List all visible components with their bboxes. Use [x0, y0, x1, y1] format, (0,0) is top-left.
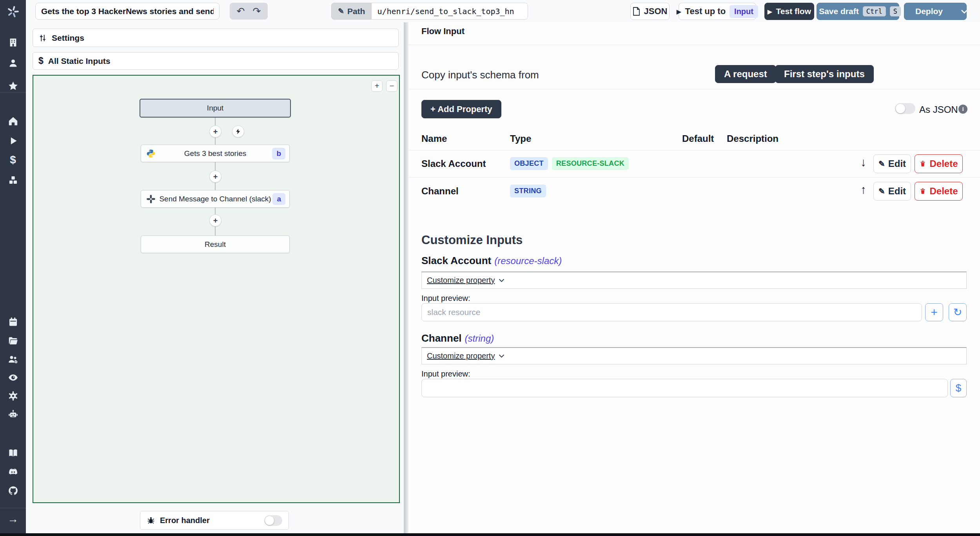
- flow-input-panel: Flow Input Copy input's schema from A re…: [408, 22, 980, 533]
- save-draft-button[interactable]: Save draft Ctrl S: [817, 3, 899, 20]
- ai-robot-icon[interactable]: [5, 406, 21, 422]
- play-icon: ▶: [768, 9, 772, 14]
- add-resource-button[interactable]: +: [925, 303, 943, 321]
- flow-node-result[interactable]: Result: [141, 235, 290, 253]
- customize-inputs-title: Customize Inputs: [421, 233, 523, 247]
- edit-button[interactable]: ✎ Edit: [873, 182, 911, 201]
- user-icon[interactable]: [5, 55, 21, 71]
- runs-play-icon[interactable]: [5, 133, 21, 148]
- path-group: ✎ Path: [331, 3, 528, 20]
- section-type: (resource-slack): [494, 255, 562, 266]
- variables-dollar-icon[interactable]: $: [5, 152, 21, 168]
- audit-eye-icon[interactable]: [5, 369, 21, 385]
- folders-icon[interactable]: [5, 333, 21, 348]
- move-down-icon[interactable]: ↓: [860, 156, 866, 169]
- flow-canvas[interactable]: + − Input + Gets 3 best stories b +: [33, 75, 400, 503]
- column-header-type: Type: [510, 133, 531, 144]
- redo-icon[interactable]: ↷: [253, 6, 261, 16]
- sliders-icon: [38, 34, 47, 42]
- refresh-icon[interactable]: ↻: [949, 303, 967, 321]
- test-flow-button[interactable]: ▶ Test flow: [764, 3, 814, 20]
- flow-node-input[interactable]: Input: [140, 99, 291, 118]
- step-id-badge: b: [272, 148, 285, 159]
- slack-resource-input[interactable]: [421, 303, 922, 321]
- insert-variable-button[interactable]: $: [950, 379, 967, 397]
- insert-step-button[interactable]: +: [209, 214, 221, 226]
- column-header-name: Name: [421, 133, 447, 144]
- test-up-to-button[interactable]: ▶ Test up to Input: [679, 3, 756, 20]
- flow-node-step-a[interactable]: Send Message to Channel (slack) a: [141, 190, 290, 208]
- bug-icon: [147, 516, 155, 525]
- undo-icon[interactable]: ↶: [237, 6, 245, 16]
- add-property-button[interactable]: + Add Property: [421, 100, 501, 118]
- customize-property-dropdown[interactable]: Customize property: [421, 272, 967, 289]
- groups-users-icon[interactable]: [5, 351, 21, 367]
- table-row: Slack Account OBJECT RESOURCE-SLACK ↓ ✎ …: [408, 150, 980, 177]
- section-title: Channel(string): [421, 332, 494, 344]
- divider: [408, 45, 980, 45]
- discord-icon[interactable]: [5, 464, 21, 480]
- section-title: Slack Account(resource-slack): [421, 255, 562, 267]
- error-handler-toggle[interactable]: [264, 515, 282, 526]
- zoom-in-button[interactable]: +: [371, 80, 383, 92]
- zoom-out-button[interactable]: −: [386, 80, 397, 92]
- topbar: ↶ ↷ ✎ Path JSON ▶ Test up to Input ▶ Tes…: [26, 0, 980, 22]
- move-up-icon[interactable]: ↑: [860, 183, 866, 196]
- pencil-icon: ✎: [338, 7, 344, 16]
- flow-title-input[interactable]: [35, 3, 220, 20]
- flow-editor-panel: Settings $ All Static Inputs + − Input +…: [26, 22, 404, 533]
- delete-button[interactable]: Delete: [915, 154, 963, 173]
- docs-book-icon[interactable]: [5, 445, 21, 461]
- customize-property-dropdown[interactable]: Customize property: [421, 347, 967, 364]
- delete-button[interactable]: Delete: [915, 182, 963, 201]
- deploy-button[interactable]: Deploy: [904, 3, 967, 20]
- as-json-toggle[interactable]: [895, 103, 915, 114]
- as-json-label: As JSON: [919, 104, 958, 115]
- flow-settings-bar[interactable]: Settings: [33, 29, 399, 47]
- settings-gear-icon[interactable]: [5, 388, 21, 404]
- json-button[interactable]: JSON: [630, 3, 670, 20]
- collapse-arrow-icon[interactable]: →: [5, 511, 21, 527]
- insert-step-button[interactable]: +: [209, 125, 221, 138]
- table-row: Channel STRING ↑ ✎ Edit Delete: [408, 177, 980, 205]
- schedules-calendar-icon[interactable]: [5, 314, 21, 330]
- channel-input[interactable]: [421, 379, 948, 397]
- chevron-down-icon[interactable]: [961, 9, 968, 14]
- pencil-icon: ✎: [878, 187, 885, 196]
- file-icon: [633, 7, 640, 16]
- type-badge: OBJECT: [510, 157, 548, 170]
- type-badge: STRING: [510, 185, 546, 197]
- copy-from-request-button[interactable]: A request: [715, 65, 776, 83]
- property-name: Slack Account: [421, 158, 486, 169]
- window-bottom-edge: [0, 533, 980, 536]
- python-icon: [146, 148, 156, 159]
- info-icon[interactable]: i: [958, 105, 967, 114]
- resources-cubes-icon[interactable]: [5, 172, 21, 188]
- slack-icon: [146, 194, 156, 204]
- github-icon[interactable]: [5, 483, 21, 498]
- chevron-down-icon: [499, 354, 505, 358]
- path-input[interactable]: [371, 3, 528, 20]
- copy-from-first-step-button[interactable]: First step's inputs: [775, 65, 874, 83]
- workspace-building-icon[interactable]: [5, 34, 21, 50]
- test-up-to-target-badge[interactable]: Input: [730, 5, 758, 18]
- input-preview-label: Input preview:: [421, 294, 470, 303]
- insert-step-button[interactable]: +: [209, 170, 221, 183]
- home-icon[interactable]: [5, 113, 21, 129]
- error-handler-bar[interactable]: Error handler: [140, 511, 289, 530]
- panel-splitter[interactable]: [404, 22, 408, 533]
- edit-button[interactable]: ✎ Edit: [873, 154, 911, 173]
- trigger-bolt-button[interactable]: [232, 125, 244, 138]
- favorites-star-icon[interactable]: [5, 78, 21, 94]
- bolt-icon: [235, 128, 241, 135]
- kbd-ctrl: Ctrl: [863, 6, 886, 16]
- windmill-logo-icon[interactable]: [5, 4, 21, 20]
- section-type: (string): [465, 333, 494, 344]
- all-static-inputs-bar[interactable]: $ All Static Inputs: [33, 52, 399, 70]
- trash-icon: [919, 160, 926, 168]
- dollar-icon: $: [38, 56, 44, 66]
- path-label[interactable]: ✎ Path: [331, 3, 371, 20]
- trash-icon: [919, 187, 926, 195]
- flow-node-step-b[interactable]: Gets 3 best stories b: [141, 145, 290, 162]
- chevron-down-icon: [499, 279, 505, 282]
